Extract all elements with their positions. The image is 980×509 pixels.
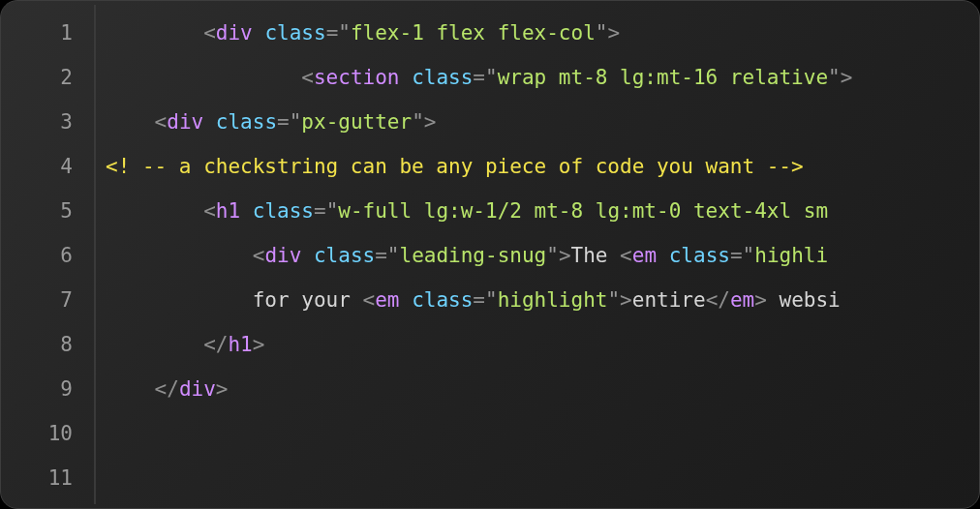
token-txt [240,199,253,223]
token-pun: </ [203,333,228,356]
token-txt [301,244,314,267]
token-eq: = [314,199,326,223]
token-qt: " [485,66,498,89]
token-str: w-full lg:w-1/2 mt-8 lg:mt-0 text-4xl sm [338,199,828,223]
token-attr: class [412,66,473,89]
token-qt: " [412,110,424,134]
token-pun: > [620,288,632,312]
line-number: 8 [1,322,94,367]
token-attr: class [216,110,277,134]
token-tag: section [314,66,400,89]
line-number: 6 [1,233,94,278]
code-line: </div> [106,367,979,411]
token-str: highlight [498,288,608,312]
token-tag: div [264,244,301,267]
code-line: </h1> [106,322,979,367]
token-qt: " [828,66,841,89]
code-line: <! -- a checkstring can be any piece of … [106,144,979,189]
token-pun: > [607,21,620,45]
code-line: for your <em class="highlight">entire</e… [106,278,979,322]
token-eq: = [473,288,485,312]
line-number: 2 [1,55,94,100]
code-line: <section class="wrap mt-8 lg:mt-16 relat… [106,55,979,100]
token-str: wrap mt-8 lg:mt-16 relative [498,66,828,89]
token-attr: class [314,244,375,267]
token-tag: div [167,110,203,134]
token-txt [399,66,412,89]
code-line [106,456,979,500]
token-str: px-gutter [301,110,412,134]
token-txt [253,21,265,45]
token-eq: = [473,66,485,89]
token-eq: = [326,21,339,45]
token-tag: h1 [228,333,252,356]
token-eq: = [375,244,387,267]
code-line: <div class="flex-1 flex flex-col"> [106,11,979,55]
token-txt [657,244,669,267]
token-pun: > [424,110,437,134]
token-pun: > [253,333,265,356]
token-str: leading-snug [400,244,547,267]
token-tag: h1 [216,199,240,223]
token-attr: class [264,21,325,45]
token-attr: class [412,288,473,312]
token-pun: < [253,244,265,267]
code-line: <div class="leading-snug">The <em class=… [106,233,979,278]
token-pun: </ [706,288,730,312]
token-qt: " [485,288,498,312]
token-qt: " [290,110,302,134]
token-txt [399,288,412,312]
token-eq: = [730,244,743,267]
token-txt: websi [767,288,841,312]
token-tag: em [632,244,657,267]
token-qt: " [607,288,620,312]
token-tag: div [179,377,216,401]
token-str: flex-1 flex flex-col [351,21,596,45]
token-pun: < [155,110,168,134]
token-txt [203,110,216,134]
token-qt: " [338,21,351,45]
token-pun: < [620,244,632,267]
token-tag: em [375,288,399,312]
token-txt: entire [632,288,706,312]
line-number: 3 [1,100,94,144]
line-number: 4 [1,144,94,189]
token-str: highli [754,244,828,267]
token-cmt: <! -- a checkstring can be any piece of … [106,155,804,178]
code-editor: 1234567891011 <div class="flex-1 flex fl… [0,0,980,509]
token-qt: " [546,244,559,267]
line-number: 7 [1,278,94,322]
line-number: 10 [1,411,94,456]
line-number: 5 [1,189,94,233]
token-pun: < [203,21,216,45]
token-pun: > [216,377,229,401]
line-number: 1 [1,11,94,55]
code-line [106,411,979,456]
token-attr: class [253,199,314,223]
token-txt: The [571,244,621,267]
token-tag: em [730,288,754,312]
token-pun: > [841,66,853,89]
token-pun: </ [155,377,179,401]
code-line: <h1 class="w-full lg:w-1/2 mt-8 lg:mt-0 … [106,189,979,233]
token-pun: < [203,199,216,223]
line-number: 9 [1,367,94,411]
token-qt: " [326,199,339,223]
token-qt: " [596,21,608,45]
line-number: 11 [1,456,94,500]
token-pun: < [363,288,376,312]
line-number-gutter: 1234567891011 [1,1,94,508]
token-attr: class [669,244,730,267]
token-pun: > [754,288,767,312]
code-area[interactable]: <div class="flex-1 flex flex-col"> <sect… [96,1,979,508]
token-tag: div [216,21,253,45]
token-qt: " [743,244,755,267]
code-line: <div class="px-gutter"> [106,100,979,144]
token-qt: " [387,244,400,267]
token-txt: for your [253,288,363,312]
token-pun: < [301,66,314,89]
token-pun: > [559,244,571,267]
token-eq: = [277,110,290,134]
